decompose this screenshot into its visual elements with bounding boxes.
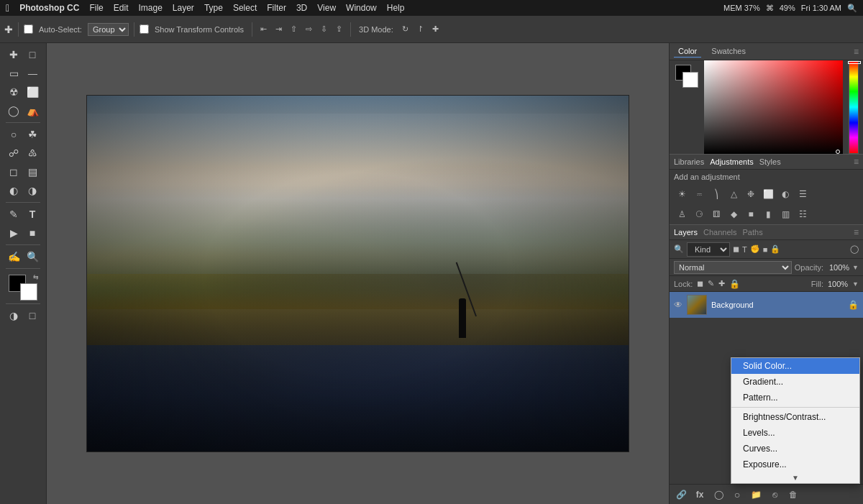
file-menu[interactable]: File	[89, 3, 103, 13]
adj-filter-icon[interactable]: T	[742, 245, 747, 254]
bg-color-box[interactable]	[682, 72, 698, 88]
blur-btn[interactable]: ◐	[5, 182, 22, 199]
align-left-icon[interactable]: ⇤	[257, 23, 270, 35]
styles-tab[interactable]: Styles	[759, 157, 781, 166]
align-center-h-icon[interactable]: ⇥	[273, 23, 285, 35]
eraser-btn[interactable]: ◻	[5, 163, 22, 180]
3d-roll-icon[interactable]: ↾	[414, 23, 426, 35]
edit-menu[interactable]: Edit	[114, 3, 129, 13]
levels-adj-btn[interactable]: ⎓	[691, 186, 707, 202]
rect-marquee-btn[interactable]: ▭	[5, 65, 22, 82]
type-filter-icon[interactable]: ✊	[750, 244, 760, 254]
lock-pos-icon[interactable]: ✚	[718, 279, 725, 288]
curves-adj-btn[interactable]: ⎞	[708, 186, 724, 202]
layer-menu[interactable]: Layer	[173, 3, 194, 13]
new-group-btn[interactable]: 📁	[749, 487, 763, 502]
layer-visibility-icon[interactable]: 👁	[674, 300, 682, 310]
lasso-btn[interactable]: ⸻	[24, 65, 41, 82]
adj-panel-close[interactable]: ≡	[854, 157, 859, 167]
lock-px-icon[interactable]: ◼	[697, 279, 703, 288]
fill-arrow[interactable]: ▼	[852, 280, 859, 288]
zoom-btn[interactable]: 🔍	[24, 248, 41, 265]
layers-tab[interactable]: Layers	[674, 228, 698, 237]
libraries-tab[interactable]: Libraries	[674, 157, 704, 166]
apple-menu[interactable]: 	[6, 2, 9, 14]
vibrance-adj-btn[interactable]: ❉	[743, 186, 759, 202]
swatches-tab[interactable]: Swatches	[707, 45, 750, 58]
path-select-btn[interactable]: ▶	[5, 224, 22, 242]
screen-mode-btn[interactable]: □	[24, 307, 41, 324]
solid-color-item[interactable]: Solid Color...	[731, 358, 859, 374]
add-mask-btn[interactable]: ◯	[711, 487, 726, 502]
spot-heal-btn[interactable]: ○	[5, 126, 22, 143]
channelmix-adj-btn[interactable]: ⚆	[691, 206, 707, 222]
brightness-adj-btn[interactable]: ☀	[674, 186, 690, 202]
filter-menu[interactable]: Filter	[267, 3, 286, 13]
dodge-btn[interactable]: ◑	[24, 182, 41, 199]
adjustments-tab[interactable]: Adjustments	[710, 157, 754, 166]
hsl-adj-btn[interactable]: ⬜	[760, 186, 776, 202]
color-field[interactable]	[704, 60, 843, 154]
auto-select-checkbox[interactable]	[24, 24, 33, 34]
delete-layer-btn[interactable]: 🗑	[786, 487, 800, 502]
align-right-icon[interactable]: ⇧	[288, 23, 300, 35]
move-tool-btn[interactable]: ✚	[5, 46, 22, 63]
gradient-btn[interactable]: ▤	[24, 163, 41, 180]
posterize-adj-btn[interactable]: ■	[743, 206, 759, 222]
invert-adj-btn[interactable]: ◆	[726, 206, 741, 222]
clone-btn[interactable]: ☍	[5, 145, 22, 162]
layers-panel-close[interactable]: ≡	[854, 227, 859, 237]
photofilter-adj-btn[interactable]: ♙	[674, 206, 690, 222]
select-menu[interactable]: Select	[233, 3, 257, 13]
3d-rotate-icon[interactable]: ↻	[399, 23, 411, 35]
exposure-adj-btn[interactable]: △	[726, 186, 741, 202]
align-center-v-icon[interactable]: ⇩	[318, 23, 330, 35]
quick-select-btn[interactable]: ☢	[5, 83, 22, 101]
auto-select-dropdown[interactable]: Group Layer	[88, 23, 129, 36]
levels-item[interactable]: Levels...	[731, 425, 859, 441]
layer-row[interactable]: 👁 Background 🔒	[670, 292, 863, 318]
move-tool-icon[interactable]: ✚	[4, 24, 13, 35]
gradient-item[interactable]: Gradient...	[731, 374, 859, 390]
pattern-item[interactable]: Pattern...	[731, 390, 859, 406]
paths-tab[interactable]: Paths	[743, 228, 763, 237]
background-color[interactable]	[20, 283, 37, 301]
shape-filter-icon[interactable]: ■	[763, 245, 768, 254]
pen-btn[interactable]: ✎	[5, 206, 22, 223]
curves-item[interactable]: Curves...	[731, 441, 859, 457]
hand-btn[interactable]: ✍	[5, 248, 22, 265]
lock-all-icon[interactable]: 🔒	[729, 279, 740, 289]
new-fill-adj-btn[interactable]: ○	[730, 487, 744, 502]
hue-slider[interactable]	[849, 60, 859, 154]
text-btn[interactable]: T	[24, 206, 41, 223]
help-menu[interactable]: Help	[387, 3, 405, 13]
view-menu[interactable]: View	[317, 3, 336, 13]
crop-btn[interactable]: ⬜	[24, 83, 41, 101]
threshold-adj-btn[interactable]: ▮	[760, 206, 776, 222]
kind-filter-select[interactable]: Kind	[687, 242, 730, 257]
selectivecol-adj-btn[interactable]: ☷	[795, 206, 811, 222]
color-gradient-container[interactable]	[670, 60, 863, 154]
app-name[interactable]: Photoshop CC	[19, 3, 79, 13]
search-icon[interactable]: 🔍	[847, 4, 857, 13]
layer-name[interactable]: Background	[711, 301, 844, 309]
eyedropper-btn[interactable]: ⛺	[24, 102, 41, 119]
lock-img-icon[interactable]: ✎	[708, 279, 714, 288]
3d-pan-icon[interactable]: ✚	[429, 23, 442, 35]
align-bottom-icon[interactable]: ⇪	[333, 23, 345, 35]
canvas-image[interactable]	[87, 96, 629, 452]
quick-mask-btn[interactable]: ◑	[5, 307, 22, 324]
opacity-value[interactable]: 100%	[826, 263, 849, 272]
exposure-item[interactable]: Exposure...	[731, 457, 859, 472]
frame-btn[interactable]: ◯	[5, 102, 22, 119]
channels-tab[interactable]: Channels	[703, 228, 736, 237]
fill-value[interactable]: 100%	[828, 280, 848, 288]
pixel-filter-icon[interactable]: ◼	[733, 244, 739, 254]
smart-filter-icon[interactable]: 🔒	[770, 244, 780, 254]
color-panel-close[interactable]: ≡	[854, 47, 859, 57]
shape-btn[interactable]: ■	[24, 224, 41, 242]
brush-btn[interactable]: ☘	[24, 126, 41, 143]
image-menu[interactable]: Image	[138, 3, 162, 13]
colorbal-adj-btn[interactable]: ◐	[777, 186, 793, 202]
artboard-tool-btn[interactable]: □	[24, 46, 41, 63]
